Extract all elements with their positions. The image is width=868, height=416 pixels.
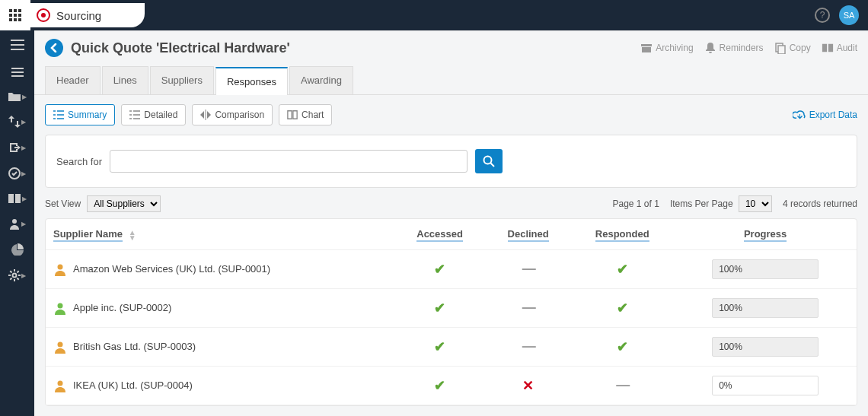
rail-check-icon[interactable]: ▶ xyxy=(0,166,34,181)
view-comparison-button[interactable]: Comparison xyxy=(192,104,273,125)
progress-value: 100% xyxy=(712,298,819,318)
check-icon: ✔ xyxy=(434,300,445,316)
tab-suppliers[interactable]: Suppliers xyxy=(150,66,214,94)
main-content: Quick Quote 'Electrical Hardware' Archiv… xyxy=(34,30,868,416)
detailed-icon xyxy=(129,110,140,120)
records-returned: 4 records returned xyxy=(783,198,857,209)
col-progress[interactable]: Progress xyxy=(674,219,857,249)
search-input[interactable] xyxy=(110,150,468,173)
tabstrip: Header Lines Suppliers Responses Awardin… xyxy=(34,66,868,95)
view-toolbar: Summary Detailed Comparison Chart Export… xyxy=(34,95,868,125)
svg-rect-27 xyxy=(642,47,651,52)
supplier-name: British Gas Ltd. (SUP-0003) xyxy=(73,341,196,352)
svg-rect-26 xyxy=(641,44,652,46)
person-icon xyxy=(53,301,67,315)
chart-icon xyxy=(287,110,298,120)
dash-icon: — xyxy=(616,377,628,392)
col-declined[interactable]: Declined xyxy=(486,219,570,249)
svg-rect-5 xyxy=(18,14,21,17)
audit-action[interactable]: Audit xyxy=(822,42,857,54)
supplier-name: IKEA (UK) Ltd. (SUP-0004) xyxy=(73,379,193,391)
col-accessed[interactable]: Accessed xyxy=(394,219,486,249)
rail-list-icon[interactable] xyxy=(0,65,34,79)
titlebar: Quick Quote 'Electrical Hardware' Archiv… xyxy=(34,31,868,62)
page-title: Quick Quote 'Electrical Hardware' xyxy=(71,40,640,56)
view-summary-button[interactable]: Summary xyxy=(45,104,115,125)
archiving-label: Archiving xyxy=(656,43,693,53)
audit-label: Audit xyxy=(837,43,857,53)
check-icon: ✔ xyxy=(434,378,445,393)
export-data-link[interactable]: Export Data xyxy=(793,110,857,120)
col-accessed-label: Accessed xyxy=(416,228,463,242)
rail-pie-icon[interactable] xyxy=(0,242,34,257)
responses-table: Supplier Name ▲▼ Accessed Declined Respo… xyxy=(45,218,857,406)
hamburger-icon[interactable] xyxy=(11,35,24,55)
user-avatar[interactable]: SA xyxy=(839,5,859,25)
col-responded-label: Responded xyxy=(595,228,649,242)
archive-icon xyxy=(640,42,653,54)
check-icon: ✔ xyxy=(434,262,445,277)
col-progress-label: Progress xyxy=(744,228,787,242)
svg-rect-1 xyxy=(14,9,17,12)
copy-label: Copy xyxy=(790,43,811,53)
table-row[interactable]: IKEA (UK) Ltd. (SUP-0004)✔✕—0% xyxy=(46,366,857,405)
svg-point-48 xyxy=(58,380,63,386)
set-view-select[interactable]: All Suppliers xyxy=(87,195,161,212)
reminders-action[interactable]: Reminders xyxy=(704,42,764,54)
rail-book-icon[interactable]: ▶ xyxy=(0,192,34,205)
rail-folder-icon[interactable]: ▶ xyxy=(0,90,34,103)
svg-point-16 xyxy=(12,219,17,224)
archiving-action[interactable]: Archiving xyxy=(640,42,693,54)
tab-awarding[interactable]: Awarding xyxy=(289,66,353,94)
copy-icon xyxy=(774,42,787,54)
book-open-icon xyxy=(822,42,834,54)
view-chart-button[interactable]: Chart xyxy=(279,104,332,125)
brand-chip[interactable]: Sourcing xyxy=(30,3,145,27)
col-responded[interactable]: Responded xyxy=(570,219,674,249)
view-comparison-label: Comparison xyxy=(215,110,264,120)
page-info: Page 1 of 1 xyxy=(612,198,659,209)
help-icon[interactable]: ? xyxy=(815,8,830,23)
search-label: Search for xyxy=(56,156,102,167)
rail-person-icon[interactable]: ▶ xyxy=(0,216,34,231)
col-declined-label: Declined xyxy=(508,228,549,242)
rail-export-icon[interactable]: ▶ xyxy=(0,140,34,155)
col-supplier[interactable]: Supplier Name ▲▼ xyxy=(46,219,394,249)
search-panel: Search for xyxy=(45,135,857,188)
table-row[interactable]: Amazon Web Services (UK) Ltd. (SUP-0001)… xyxy=(46,249,857,288)
back-button[interactable] xyxy=(45,39,63,57)
set-view-label: Set View xyxy=(45,198,81,209)
view-detailed-button[interactable]: Detailed xyxy=(121,104,186,125)
svg-point-46 xyxy=(58,303,63,308)
copy-action[interactable]: Copy xyxy=(774,42,811,54)
app-launcher-icon[interactable] xyxy=(0,0,30,30)
check-icon: ✔ xyxy=(434,339,445,354)
tab-lines[interactable]: Lines xyxy=(102,66,148,94)
bell-icon xyxy=(704,42,716,54)
svg-rect-7 xyxy=(14,18,17,21)
svg-rect-2 xyxy=(18,9,21,12)
check-icon: ✔ xyxy=(617,339,628,354)
svg-line-22 xyxy=(10,271,11,272)
rail-transfer-icon[interactable]: ▶ xyxy=(0,114,34,129)
table-row[interactable]: Apple inc. (SUP-0002)✔—✔100% xyxy=(46,288,857,327)
search-button[interactable] xyxy=(475,149,503,173)
dash-icon: — xyxy=(522,338,535,354)
items-per-page-select[interactable]: 10 xyxy=(739,195,772,212)
rail-gear-icon[interactable]: ▶ xyxy=(0,268,34,283)
cloud-download-icon xyxy=(793,110,806,120)
items-per-page-label: Items Per Page xyxy=(670,198,733,209)
export-label: Export Data xyxy=(809,110,857,120)
view-summary-label: Summary xyxy=(68,110,107,120)
tab-header[interactable]: Header xyxy=(45,66,101,94)
svg-rect-4 xyxy=(14,14,17,17)
table-row[interactable]: British Gas Ltd. (SUP-0003)✔—✔100% xyxy=(46,327,857,366)
topbar: Sourcing ? SA xyxy=(0,0,868,30)
person-icon xyxy=(53,340,67,354)
progress-value: 0% xyxy=(712,376,819,395)
svg-point-17 xyxy=(13,274,17,278)
tab-responses[interactable]: Responses xyxy=(215,67,288,95)
svg-line-44 xyxy=(490,164,494,167)
col-supplier-label: Supplier Name xyxy=(53,228,123,242)
svg-rect-0 xyxy=(9,9,12,12)
